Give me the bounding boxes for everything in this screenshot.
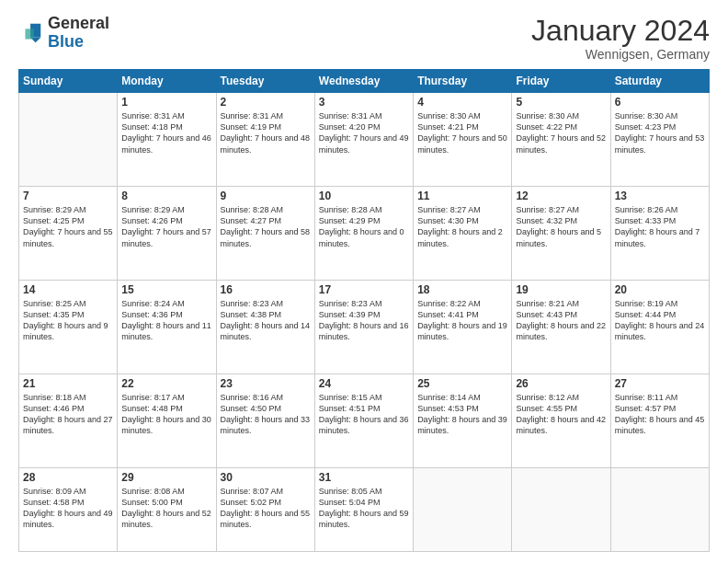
day-info: Sunrise: 8:14 AM Sunset: 4:53 PM Dayligh… xyxy=(417,392,507,437)
header-monday: Monday xyxy=(118,70,216,93)
sunset: Sunset: 4:55 PM xyxy=(516,404,577,413)
daylight: Daylight: 7 hours and 53 minutes. xyxy=(615,133,705,154)
day-number: 18 xyxy=(417,283,507,296)
sunrise: Sunrise: 8:07 AM xyxy=(221,487,284,496)
day-info: Sunrise: 8:23 AM Sunset: 4:39 PM Dayligh… xyxy=(319,298,409,343)
day-number: 26 xyxy=(516,377,606,390)
day-info: Sunrise: 8:26 AM Sunset: 4:33 PM Dayligh… xyxy=(615,204,705,249)
sunrise: Sunrise: 8:15 AM xyxy=(319,393,382,402)
sunrise: Sunrise: 8:30 AM xyxy=(516,111,579,121)
daylight: Daylight: 8 hours and 49 minutes. xyxy=(23,509,113,529)
sunset: Sunset: 4:18 PM xyxy=(121,122,183,132)
daylight: Daylight: 8 hours and 30 minutes. xyxy=(121,415,211,435)
sunrise: Sunrise: 8:23 AM xyxy=(319,299,382,308)
sunrise: Sunrise: 8:11 AM xyxy=(615,393,678,402)
sunset: Sunset: 5:04 PM xyxy=(319,498,381,507)
calendar-cell: 17 Sunrise: 8:23 AM Sunset: 4:39 PM Dayl… xyxy=(314,281,413,374)
daylight: Daylight: 8 hours and 52 minutes. xyxy=(121,509,211,529)
calendar-cell: 9 Sunrise: 8:28 AM Sunset: 4:27 PM Dayli… xyxy=(216,187,314,281)
calendar-cell xyxy=(512,467,610,551)
sunset: Sunset: 4:19 PM xyxy=(221,122,282,132)
day-number: 16 xyxy=(221,283,311,296)
sunset: Sunset: 4:41 PM xyxy=(417,310,479,319)
sunset: Sunset: 4:43 PM xyxy=(516,310,577,319)
day-number: 1 xyxy=(121,96,211,109)
day-info: Sunrise: 8:05 AM Sunset: 5:04 PM Dayligh… xyxy=(319,486,409,531)
week-row-5: 28 Sunrise: 8:09 AM Sunset: 4:58 PM Dayl… xyxy=(19,467,710,551)
calendar-cell: 26 Sunrise: 8:12 AM Sunset: 4:55 PM Dayl… xyxy=(512,373,610,467)
header-sunday: Sunday xyxy=(19,70,118,93)
day-info: Sunrise: 8:09 AM Sunset: 4:58 PM Dayligh… xyxy=(23,486,113,531)
daylight: Daylight: 8 hours and 42 minutes. xyxy=(516,415,606,435)
logo-general: General xyxy=(48,14,109,32)
day-number: 10 xyxy=(319,190,409,202)
calendar-cell xyxy=(414,467,512,551)
day-info: Sunrise: 8:07 AM Sunset: 5:02 PM Dayligh… xyxy=(221,486,311,531)
sunrise: Sunrise: 8:28 AM xyxy=(221,205,284,214)
calendar-cell: 22 Sunrise: 8:17 AM Sunset: 4:48 PM Dayl… xyxy=(118,373,216,467)
day-info: Sunrise: 8:23 AM Sunset: 4:38 PM Dayligh… xyxy=(221,298,311,343)
day-number: 15 xyxy=(121,283,211,296)
sunset: Sunset: 4:46 PM xyxy=(23,404,85,413)
day-number: 7 xyxy=(23,190,113,202)
calendar-cell: 30 Sunrise: 8:07 AM Sunset: 5:02 PM Dayl… xyxy=(216,467,314,551)
sunrise: Sunrise: 8:21 AM xyxy=(516,299,579,308)
svg-marker-2 xyxy=(25,29,33,39)
sunrise: Sunrise: 8:30 AM xyxy=(615,111,678,121)
daylight: Daylight: 7 hours and 50 minutes. xyxy=(417,133,507,154)
day-info: Sunrise: 8:16 AM Sunset: 4:50 PM Dayligh… xyxy=(221,392,311,437)
sunset: Sunset: 4:22 PM xyxy=(516,122,577,132)
sunset: Sunset: 4:30 PM xyxy=(417,216,479,225)
sunrise: Sunrise: 8:25 AM xyxy=(23,299,86,308)
sunrise: Sunrise: 8:28 AM xyxy=(319,205,382,214)
daylight: Daylight: 8 hours and 5 minutes. xyxy=(516,227,601,247)
calendar-cell: 23 Sunrise: 8:16 AM Sunset: 4:50 PM Dayl… xyxy=(216,373,314,467)
sunset: Sunset: 4:32 PM xyxy=(516,216,577,225)
day-number: 20 xyxy=(615,283,705,296)
header: General Blue January 2024 Wennigsen, Ger… xyxy=(18,15,710,62)
day-number: 8 xyxy=(121,190,211,202)
calendar-cell: 20 Sunrise: 8:19 AM Sunset: 4:44 PM Dayl… xyxy=(610,281,709,374)
daylight: Daylight: 7 hours and 57 minutes. xyxy=(121,227,211,247)
week-row-1: 1 Sunrise: 8:31 AM Sunset: 4:18 PM Dayli… xyxy=(19,93,710,187)
calendar-cell: 16 Sunrise: 8:23 AM Sunset: 4:38 PM Dayl… xyxy=(216,281,314,374)
calendar-cell: 7 Sunrise: 8:29 AM Sunset: 4:25 PM Dayli… xyxy=(19,187,118,281)
sunrise: Sunrise: 8:18 AM xyxy=(23,393,86,402)
logo-blue: Blue xyxy=(48,32,84,51)
day-info: Sunrise: 8:31 AM Sunset: 4:20 PM Dayligh… xyxy=(319,110,409,155)
week-row-4: 21 Sunrise: 8:18 AM Sunset: 4:46 PM Dayl… xyxy=(19,373,710,467)
sunset: Sunset: 4:58 PM xyxy=(23,498,85,507)
page: General Blue January 2024 Wennigsen, Ger… xyxy=(0,0,728,563)
sunrise: Sunrise: 8:24 AM xyxy=(121,299,185,308)
calendar-cell: 11 Sunrise: 8:27 AM Sunset: 4:30 PM Dayl… xyxy=(414,187,512,281)
sunset: Sunset: 4:23 PM xyxy=(615,122,677,132)
sunrise: Sunrise: 8:08 AM xyxy=(121,487,185,496)
daylight: Daylight: 8 hours and 9 minutes. xyxy=(23,321,108,341)
daylight: Daylight: 8 hours and 22 minutes. xyxy=(516,321,606,341)
sunset: Sunset: 5:00 PM xyxy=(121,498,183,507)
daylight: Daylight: 8 hours and 24 minutes. xyxy=(615,321,705,341)
day-info: Sunrise: 8:29 AM Sunset: 4:25 PM Dayligh… xyxy=(23,204,113,249)
sunset: Sunset: 4:44 PM xyxy=(615,310,677,319)
daylight: Daylight: 7 hours and 52 minutes. xyxy=(516,133,606,154)
sunrise: Sunrise: 8:29 AM xyxy=(23,205,86,214)
title-block: January 2024 Wennigsen, Germany xyxy=(531,15,710,62)
sunset: Sunset: 4:35 PM xyxy=(23,310,85,319)
calendar-cell: 8 Sunrise: 8:29 AM Sunset: 4:26 PM Dayli… xyxy=(118,187,216,281)
day-info: Sunrise: 8:27 AM Sunset: 4:32 PM Dayligh… xyxy=(516,204,606,249)
day-info: Sunrise: 8:28 AM Sunset: 4:29 PM Dayligh… xyxy=(319,204,409,249)
day-number: 11 xyxy=(417,190,507,202)
week-row-3: 14 Sunrise: 8:25 AM Sunset: 4:35 PM Dayl… xyxy=(19,281,710,374)
daylight: Daylight: 8 hours and 11 minutes. xyxy=(121,321,211,341)
header-tuesday: Tuesday xyxy=(216,70,314,93)
sunrise: Sunrise: 8:27 AM xyxy=(516,205,579,214)
calendar-cell: 27 Sunrise: 8:11 AM Sunset: 4:57 PM Dayl… xyxy=(610,373,709,467)
calendar-cell: 10 Sunrise: 8:28 AM Sunset: 4:29 PM Dayl… xyxy=(314,187,413,281)
day-number: 21 xyxy=(23,377,113,390)
day-number: 24 xyxy=(319,377,409,390)
sunrise: Sunrise: 8:14 AM xyxy=(417,393,481,402)
header-saturday: Saturday xyxy=(610,70,709,93)
calendar-cell: 19 Sunrise: 8:21 AM Sunset: 4:43 PM Dayl… xyxy=(512,281,610,374)
sunrise: Sunrise: 8:19 AM xyxy=(615,299,678,308)
sunset: Sunset: 4:57 PM xyxy=(615,404,677,413)
